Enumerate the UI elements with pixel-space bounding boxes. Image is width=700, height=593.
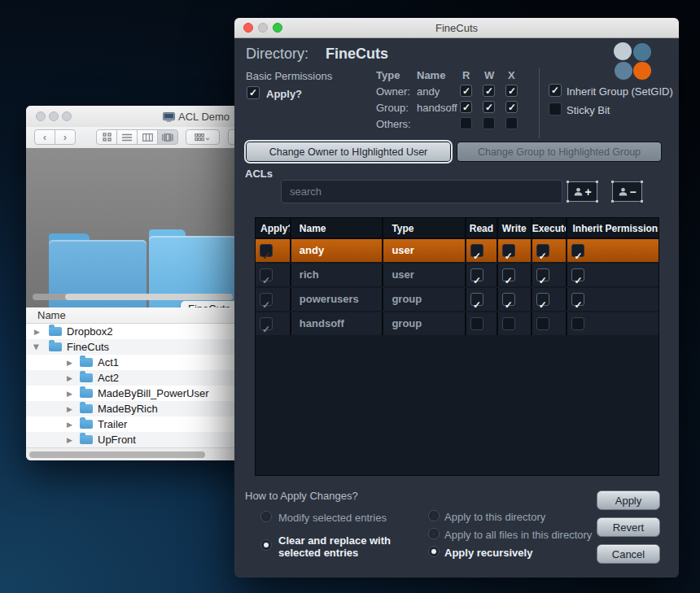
acl-name-cell: rich (291, 264, 384, 286)
back-button[interactable]: ‹ (34, 129, 55, 145)
acl-table-row[interactable]: handsoff group (256, 312, 658, 337)
inherit-checkbox[interactable] (571, 293, 584, 306)
inherit-checkbox[interactable] (571, 268, 584, 281)
disclosure-triangle-icon[interactable]: ▶ (33, 344, 41, 350)
others-execute-checkbox[interactable] (505, 117, 518, 129)
perm-row-type: Others: (376, 118, 411, 130)
scrollbar-thumb[interactable] (65, 294, 233, 300)
change-owner-button[interactable]: Change Owner to HIghlighted User (247, 142, 450, 161)
cancel-button[interactable]: Cancel (597, 544, 660, 564)
basic-apply-checkbox[interactable] (247, 86, 260, 99)
close-button-inactive[interactable] (36, 111, 46, 121)
horizontal-scrollbar[interactable] (26, 447, 264, 460)
group-read-checkbox[interactable] (460, 101, 472, 113)
apply-button[interactable]: Apply (597, 491, 660, 510)
col-header-type[interactable]: Type (383, 218, 466, 239)
file-name: MadeByRich (98, 403, 158, 415)
list-item[interactable]: ▶ MadeByBill_PowerUser (26, 386, 264, 401)
list-item[interactable]: ▶ Act2 (26, 370, 264, 386)
column-view-button[interactable] (137, 129, 158, 145)
group-execute-checkbox[interactable] (505, 101, 518, 113)
write-checkbox[interactable] (502, 317, 515, 330)
others-write-checkbox[interactable] (483, 117, 495, 129)
execute-checkbox[interactable] (536, 317, 549, 330)
acl-table-row[interactable]: andy user (256, 239, 658, 264)
disclosure-triangle-icon[interactable]: ▶ (67, 373, 72, 382)
change-group-button[interactable]: Change Group to Highlighted Group (457, 142, 661, 161)
folder-icon (80, 435, 93, 444)
apply-recursively-radio[interactable] (428, 546, 440, 557)
row-apply-checkbox[interactable] (260, 317, 273, 330)
execute-checkbox[interactable] (536, 268, 549, 281)
list-view-button[interactable] (116, 129, 138, 145)
list-item[interactable]: ▶ MadeByRich (26, 401, 264, 416)
read-checkbox[interactable] (470, 293, 483, 306)
write-checkbox[interactable] (502, 244, 515, 257)
col-header-execute[interactable]: Execute (532, 218, 568, 239)
col-header-write[interactable]: Write (498, 218, 532, 239)
modify-selected-radio[interactable] (260, 511, 272, 522)
add-user-button[interactable]: + (567, 181, 597, 202)
apply-recursively-label: Apply recursively (444, 547, 532, 559)
apply-this-directory-radio[interactable] (428, 510, 440, 521)
sticky-bit-checkbox[interactable] (549, 102, 562, 116)
row-apply-checkbox[interactable] (260, 268, 273, 281)
folder-icon (80, 404, 93, 413)
revert-button[interactable]: Revert (597, 517, 660, 537)
execute-checkbox[interactable] (536, 293, 549, 306)
col-header-read[interactable]: Read (466, 218, 498, 239)
read-checkbox[interactable] (470, 244, 483, 257)
inherit-group-checkbox[interactable] (549, 84, 562, 97)
disclosure-triangle-icon[interactable]: ▶ (67, 435, 72, 443)
col-header-name[interactable]: Name (291, 218, 384, 239)
arrange-button[interactable]: ⌄ (186, 129, 220, 145)
icon-view-button[interactable] (96, 129, 117, 145)
col-header-apply[interactable]: Apply? (256, 218, 291, 239)
acl-table: Apply? Name Type Read Write Execute Inhe… (255, 217, 659, 476)
file-name: FineCuts (67, 341, 109, 353)
name-column-header[interactable]: Name (26, 307, 264, 324)
minus-sign: − (629, 186, 636, 198)
disclosure-triangle-icon[interactable]: ▶ (67, 420, 72, 428)
write-checkbox[interactable] (502, 268, 515, 281)
remove-user-button[interactable]: − (612, 181, 642, 202)
inherit-checkbox[interactable] (571, 317, 584, 330)
disclosure-triangle-icon[interactable]: ▶ (34, 327, 40, 335)
coverflow-view-button[interactable] (157, 129, 178, 145)
row-apply-checkbox[interactable] (260, 244, 273, 257)
finder-titlebar[interactable]: ACL Demo (26, 106, 264, 128)
acl-table-row[interactable]: rich user (256, 264, 658, 288)
disclosure-triangle-icon[interactable]: ▶ (67, 404, 72, 412)
group-write-checkbox[interactable] (483, 101, 495, 113)
row-apply-checkbox[interactable] (260, 293, 273, 306)
list-item[interactable]: ▶ FineCuts (26, 339, 264, 355)
file-name: UpFront (98, 434, 136, 446)
inherit-checkbox[interactable] (571, 244, 584, 257)
forward-button[interactable]: › (55, 129, 76, 145)
perm-row-type: Owner: (376, 85, 410, 98)
list-item[interactable]: ▶ UpFront (26, 432, 264, 447)
write-checkbox[interactable] (502, 293, 515, 306)
apply-all-files-radio[interactable] (428, 528, 440, 539)
coverflow-scrollbar[interactable] (33, 294, 233, 300)
owner-execute-checkbox[interactable] (505, 85, 518, 97)
zoom-button-inactive[interactable] (62, 111, 72, 121)
list-item[interactable]: ▶ Dropbox2 (26, 324, 264, 339)
clear-replace-radio[interactable] (260, 539, 272, 551)
read-checkbox[interactable] (470, 268, 483, 281)
disclosure-triangle-icon[interactable]: ▶ (67, 389, 72, 397)
list-item[interactable]: ▶ Trailer (26, 416, 264, 432)
others-read-checkbox[interactable] (460, 117, 472, 129)
acl-table-row[interactable]: powerusers group (256, 288, 658, 312)
minimize-button-inactive[interactable] (49, 111, 59, 121)
col-header-inherit[interactable]: Inherit Permissions (567, 218, 658, 239)
read-checkbox[interactable] (470, 317, 483, 330)
acl-titlebar[interactable]: FineCuts (234, 18, 679, 38)
acl-search-input[interactable] (281, 180, 562, 203)
scrollbar-thumb[interactable] (29, 451, 205, 458)
owner-write-checkbox[interactable] (483, 85, 495, 97)
list-item[interactable]: ▶ Act1 (26, 355, 264, 370)
owner-read-checkbox[interactable] (460, 85, 472, 97)
execute-checkbox[interactable] (536, 244, 549, 257)
disclosure-triangle-icon[interactable]: ▶ (67, 358, 72, 366)
